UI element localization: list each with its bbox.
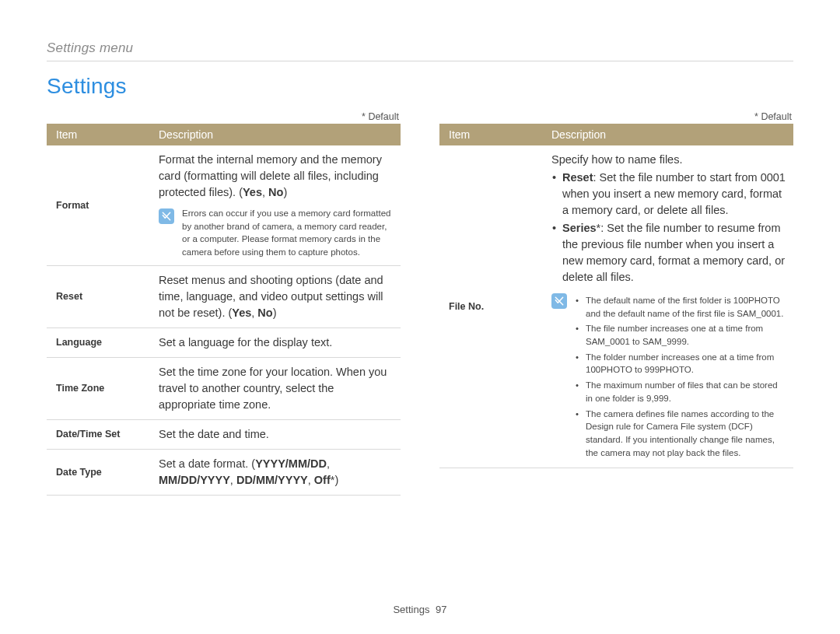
list-item: The maximum number of files that can be … — [575, 379, 786, 405]
table-row: Time Zone Set the time zone for your loc… — [47, 357, 401, 419]
reset-no: No — [257, 306, 272, 319]
datetype-s2: , — [230, 474, 236, 486]
format-sep: , — [262, 186, 268, 198]
right-column: * Default Item Description File No. Spec… — [439, 103, 793, 496]
item-label-datetime: Date/Time Set — [47, 419, 149, 449]
fileno-bullets: Reset: Set the file number to start from… — [551, 170, 786, 285]
item-label-reset: Reset — [47, 265, 149, 328]
list-item: The camera defines file names according … — [575, 408, 786, 460]
bullet-series-label: Series — [562, 222, 597, 234]
datetype-pre: Set a date format. ( — [159, 457, 255, 470]
default-note-right: * Default — [439, 111, 792, 122]
desc-datetype: Set a date format. (YYYY/MM/DD, MM/DD/YY… — [149, 449, 401, 495]
desc-fileno: Specify how to name files. Reset: Set th… — [542, 145, 793, 468]
fileno-intro: Specify how to name files. — [551, 152, 786, 168]
datetype-o4: Off — [314, 474, 331, 486]
item-label-fileno: File No. — [439, 145, 542, 468]
datetype-s1: , — [327, 457, 330, 470]
content-columns: * Default Item Description Format Format… — [47, 103, 793, 496]
table-row: Reset Reset menus and shooting options (… — [47, 265, 401, 328]
datetype-s3: , — [308, 474, 314, 486]
table-row: Date/Time Set Set the date and time. — [47, 419, 401, 449]
desc-reset: Reset menus and shooting options (date a… — [149, 265, 401, 328]
desc-language: Set a language for the display text. — [149, 328, 401, 357]
table-row: Format Format the internal memory and th… — [47, 145, 401, 265]
list-item: The file number increases one at a time … — [575, 322, 786, 348]
desc-datetime: Set the date and time. — [149, 419, 401, 449]
datetype-o3: DD/MM/YYYY — [236, 474, 308, 486]
table-row: Language Set a language for the display … — [47, 328, 401, 357]
list-item: Reset: Set the file number to start from… — [551, 170, 786, 219]
col-header-desc: Description — [149, 124, 401, 145]
table-row: File No. Specify how to name files. Rese… — [439, 145, 793, 468]
default-note-left: * Default — [47, 111, 399, 122]
note-fileno: The default name of the first folder is … — [551, 292, 786, 461]
info-icon — [551, 293, 567, 309]
col-header-item: Item — [439, 124, 542, 145]
format-yes: Yes — [243, 186, 262, 198]
format-no: No — [268, 186, 283, 198]
reset-desc-post: ) — [273, 306, 277, 319]
table-row: Date Type Set a date format. (YYYY/MM/DD… — [47, 449, 401, 495]
datetype-post: ) — [334, 474, 338, 486]
item-label-timezone: Time Zone — [47, 357, 149, 419]
col-header-item: Item — [47, 124, 149, 145]
note-text-format: Errors can occur if you use a memory car… — [182, 207, 393, 259]
divider — [47, 61, 793, 61]
list-item: Series*: Set the file number to resume f… — [551, 220, 786, 285]
item-label-format: Format — [47, 145, 149, 265]
info-icon — [159, 208, 174, 224]
page-footer: Settings 97 — [0, 604, 840, 615]
datetype-o1: YYYY/MM/DD — [255, 457, 327, 470]
reset-yes: Yes — [232, 306, 251, 319]
bullet-reset-text: : Set the file number to start from 0001… — [562, 171, 786, 216]
format-desc-post: ) — [283, 186, 287, 198]
list-item: The folder number increases one at a tim… — [575, 351, 786, 377]
page-title: Settings — [47, 74, 793, 99]
item-label-datetype: Date Type — [47, 449, 149, 495]
breadcrumb: Settings menu — [47, 40, 793, 56]
settings-table-left: Item Description Format Format the inter… — [47, 124, 401, 496]
list-item: The default name of the first folder is … — [575, 294, 786, 320]
left-column: * Default Item Description Format Format… — [47, 103, 401, 496]
datetype-o2: MM/DD/YYYY — [159, 474, 230, 486]
item-label-language: Language — [47, 328, 149, 357]
desc-format: Format the internal memory and the memor… — [149, 145, 401, 265]
footer-label: Settings — [393, 604, 429, 615]
fileno-notes: The default name of the first folder is … — [575, 292, 786, 461]
page-number: 97 — [436, 604, 446, 615]
col-header-desc: Description — [542, 124, 793, 145]
note-format: Errors can occur if you use a memory car… — [159, 207, 393, 259]
desc-timezone: Set the time zone for your location. Whe… — [149, 357, 401, 419]
settings-table-right: Item Description File No. Specify how to… — [439, 124, 793, 468]
page: Settings menu Settings * Default Item De… — [0, 0, 840, 634]
bullet-reset-label: Reset — [562, 171, 593, 184]
